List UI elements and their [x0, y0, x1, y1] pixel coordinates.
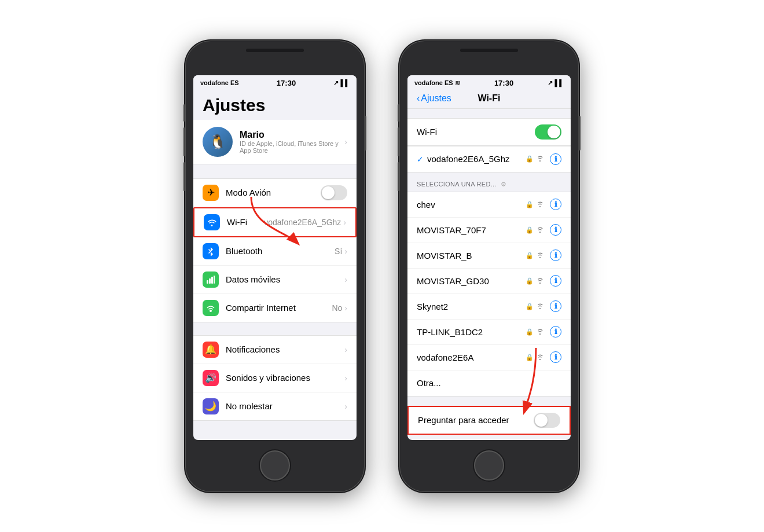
home-button-1[interactable] — [260, 450, 290, 480]
vol-button-2-1 — [398, 104, 399, 122]
carrier-1: vodafone ES — [200, 79, 239, 86]
svg-point-4 — [210, 310, 212, 312]
lock-icon-tplink: 🔒 — [526, 328, 534, 336]
info-btn-m70[interactable]: ℹ — [550, 224, 561, 236]
wifi-signal-mB — [536, 251, 544, 260]
back-chevron-icon: ‹ — [417, 93, 420, 104]
profile-name: Mario — [240, 130, 344, 140]
phone-2-top-bar — [460, 49, 518, 52]
lock-icon-chev: 🔒 — [526, 201, 534, 208]
info-btn-tplink[interactable]: ℹ — [550, 326, 561, 337]
ask-toggle[interactable] — [534, 413, 560, 428]
info-btn-mgd30[interactable]: ℹ — [550, 275, 561, 287]
network-icons-tplink: 🔒 ℹ — [526, 326, 561, 337]
network-name-movistar70: MOVISTAR_70F7 — [417, 225, 526, 235]
hotspot-chevron: › — [344, 303, 347, 313]
current-network-icons: 🔒 ℹ — [526, 153, 561, 165]
settings-group-2: 🔔 Notificaciones › 🔊 Sonidos y vibracion… — [193, 335, 357, 421]
network-vodafone2e6a[interactable]: vodafone2E6A 🔒 ℹ — [407, 345, 571, 370]
side-button-2 — [578, 116, 581, 151]
airplane-mode-row[interactable]: ✈ Modo Avión — [193, 179, 357, 207]
loading-icon: ⚙ — [501, 181, 506, 188]
info-btn-voda[interactable]: ℹ — [550, 351, 561, 363]
select-network-header: SELECCIONA UNA RED... ⚙ — [407, 173, 571, 192]
settings-group-1: ✈ Modo Avión Wi-Fi vodafone2E6A_5Ghz › — [193, 178, 357, 322]
sound-chevron: › — [344, 373, 347, 383]
dnd-chevron: › — [344, 402, 347, 411]
settings-title: Ajustes — [193, 90, 357, 120]
network-name-vodafone2e6a: vodafone2E6A — [417, 353, 526, 362]
current-network-group: ✓ vodafone2E6A_5Ghz 🔒 ℹ — [407, 146, 571, 173]
current-network-row[interactable]: ✓ vodafone2E6A_5Ghz 🔒 ℹ — [407, 146, 571, 172]
cellular-chevron: › — [344, 275, 347, 284]
network-chev[interactable]: chev 🔒 ℹ — [407, 192, 571, 218]
network-skynet[interactable]: Skynet2 🔒 ℹ — [407, 294, 571, 320]
sound-icon: 🔊 — [203, 370, 219, 386]
network-movistar70[interactable]: MOVISTAR_70F7 🔒 ℹ — [407, 218, 571, 243]
info-btn-skynet[interactable]: ℹ — [550, 300, 561, 312]
screen-1: vodafone ES 17:30 ↗ ▌▌ Ajustes 🐧 Mario I… — [193, 75, 357, 440]
dnd-row[interactable]: 🌙 No molestar › — [193, 392, 357, 420]
phone-2: vodafone ES ≋ 17:30 ↗ ▌▌ ‹ Ajustes Wi-Fi… — [399, 41, 579, 492]
back-button[interactable]: ‹ Ajustes — [417, 93, 451, 104]
phone-top-bar — [246, 49, 304, 52]
network-icons-movistar70: 🔒 ℹ — [526, 224, 561, 236]
network-movistarB[interactable]: MOVISTAR_B 🔒 ℹ — [407, 243, 571, 269]
network-name-tplink: TP-LINK_B1DC2 — [417, 327, 526, 337]
network-icons-chev: 🔒 ℹ — [526, 199, 561, 210]
svg-rect-3 — [214, 276, 215, 284]
wifi-value: vodafone2E6A_5Ghz — [264, 218, 341, 227]
cellular-label: Datos móviles — [226, 274, 344, 284]
lock-icon-skynet: 🔒 — [526, 303, 534, 310]
network-name-movistarGD30: MOVISTAR_GD30 — [417, 276, 526, 286]
bluetooth-icon — [203, 243, 219, 259]
info-button-current[interactable]: ℹ — [550, 153, 561, 165]
status-right-1: ↗ ▌▌ — [333, 79, 350, 87]
network-tplink[interactable]: TP-LINK_B1DC2 🔒 ℹ — [407, 320, 571, 345]
wifi-toggle-label: Wi-Fi — [417, 127, 535, 137]
hotspot-icon — [203, 300, 219, 316]
wifi-page-title: Wi-Fi — [451, 93, 527, 104]
network-otra[interactable]: Otra... — [407, 370, 571, 396]
bluetooth-row[interactable]: Bluetooth Sí › — [193, 237, 357, 266]
wifi-toggle-group: Wi-Fi — [407, 118, 571, 146]
bluetooth-label: Bluetooth — [226, 246, 335, 256]
svg-rect-2 — [211, 277, 213, 284]
wifi-signal-mgd30 — [536, 277, 544, 285]
ask-to-join-row[interactable]: Preguntar para acceder — [407, 406, 571, 435]
ask-description: Se accederá automáticamente a las redes … — [407, 435, 571, 440]
profile-info: Mario ID de Apple, iCloud, iTunes Store … — [240, 130, 344, 154]
airplane-icon: ✈ — [203, 185, 219, 201]
profile-sub: ID de Apple, iCloud, iTunes Store y App … — [240, 140, 344, 154]
network-movistarGD30[interactable]: MOVISTAR_GD30 🔒 ℹ — [407, 269, 571, 294]
info-btn-mB[interactable]: ℹ — [550, 250, 561, 261]
cellular-row[interactable]: Datos móviles › — [193, 266, 357, 294]
home-button-2[interactable] — [474, 450, 504, 480]
notif-icon: 🔔 — [203, 342, 219, 358]
airplane-label: Modo Avión — [226, 188, 321, 197]
phone-1: vodafone ES 17:30 ↗ ▌▌ Ajustes 🐧 Mario I… — [185, 41, 365, 492]
network-icons-movistarGD30: 🔒 ℹ — [526, 275, 561, 287]
wifi-signal-m70 — [536, 226, 544, 234]
notifications-row[interactable]: 🔔 Notificaciones › — [193, 336, 357, 364]
vol-button-2-2 — [398, 127, 399, 156]
wifi-row[interactable]: Wi-Fi vodafone2E6A_5Ghz › — [193, 207, 357, 237]
sounds-row[interactable]: 🔊 Sonidos y vibraciones › — [193, 364, 357, 392]
wifi-toggle-row[interactable]: Wi-Fi — [407, 119, 571, 145]
checkmark-icon: ✓ — [417, 155, 424, 164]
wifi-signal-chev — [536, 200, 544, 209]
info-btn-chev[interactable]: ℹ — [550, 199, 561, 210]
profile-row[interactable]: 🐧 Mario ID de Apple, iCloud, iTunes Stor… — [193, 120, 357, 164]
cellular-icon — [203, 271, 219, 288]
network-list: chev 🔒 ℹ MOVISTAR_70F7 🔒 ℹ MOVIS — [407, 192, 571, 397]
hotspot-row[interactable]: Compartir Internet No › — [193, 294, 357, 322]
time-1: 17:30 — [277, 79, 296, 87]
carrier-2: vodafone ES ≋ — [414, 79, 460, 87]
notif-label: Notificaciones — [226, 344, 344, 354]
network-icons-vodafone2e6a: 🔒 ℹ — [526, 351, 561, 363]
status-bar-1: vodafone ES 17:30 ↗ ▌▌ — [193, 75, 357, 90]
back-label: Ajustes — [421, 93, 451, 104]
airplane-toggle[interactable] — [321, 185, 347, 200]
sound-label: Sonidos y vibraciones — [226, 373, 344, 383]
wifi-toggle[interactable] — [535, 124, 561, 140]
